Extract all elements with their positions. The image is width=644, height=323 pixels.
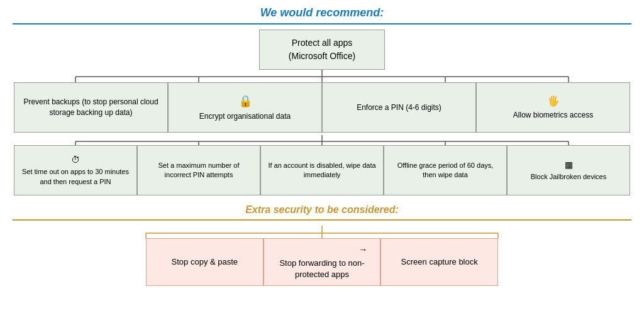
box-stop-forward-text: Stop forwarding to non-protected apps (270, 258, 374, 280)
box-timeout-text: Set time out on apps to 30 minutes and t… (21, 167, 130, 187)
box-encrypt-icon: 🔒 (238, 94, 252, 109)
recommend-title: We would recommend: (13, 6, 631, 19)
row1: Prevent backups (to stop personal cloud … (14, 82, 630, 133)
box-jailbreak-icon: ▦ (565, 159, 573, 172)
box-wipe-disabled: If an account is disabled, wipe data imm… (260, 145, 384, 195)
box-prevent-backups-text: Prevent backups (to stop personal cloud … (21, 97, 161, 118)
box-max-pin: Set a maximum number of incorrect PIN at… (137, 145, 260, 195)
extra-boxes-row: Stop copy & paste → Stop forwarding to n… (146, 238, 498, 286)
box-jailbreak-text: Block Jailbroken devices (531, 172, 606, 182)
box-wipe-disabled-text: If an account is disabled, wipe data imm… (267, 161, 377, 180)
box-biometrics: 🖐 Allow biometrics access (476, 82, 630, 133)
extra-title: Extra security to be considered: (13, 204, 631, 216)
box-screen-capture-text: Screen capture block (401, 256, 478, 268)
box-biometrics-text: Allow biometrics access (513, 110, 593, 121)
box-prevent-backups: Prevent backups (to stop personal cloud … (14, 82, 168, 133)
root-label: Protect all apps(Microsoft Office) (289, 38, 355, 61)
box-stop-copy-text: Stop copy & paste (172, 256, 238, 268)
extra-section: Extra security to be considered: Stop co… (13, 204, 631, 286)
box-screen-capture: Screen capture block (380, 238, 498, 286)
box-stop-forward-arrow: → (358, 244, 367, 256)
row2: ⏱ Set time out on apps to 30 minutes and… (14, 145, 630, 195)
top-section-line (13, 23, 631, 25)
box-encrypt-text: Encrypt organisational data (199, 111, 291, 122)
page-container: We would recommend: (0, 0, 644, 323)
root-node: Protect all apps(Microsoft Office) (259, 30, 385, 70)
box-offline-grace: Offline grace period of 60 days, then wi… (384, 145, 507, 195)
box-offline-grace-text: Offline grace period of 60 days, then wi… (391, 161, 500, 180)
box-jailbreak: ▦ Block Jailbroken devices (507, 145, 630, 195)
box-encrypt: 🔒 Encrypt organisational data (168, 82, 322, 133)
box-timeout-icon: ⏱ (71, 154, 80, 167)
box-biometrics-icon: 🖐 (547, 94, 560, 108)
box-timeout: ⏱ Set time out on apps to 30 minutes and… (14, 145, 137, 195)
box-pin-text: Enforce a PIN (4-6 digits) (357, 102, 441, 113)
box-stop-copy: Stop copy & paste (146, 238, 264, 286)
top-section: Protect all apps(Microsoft Office) Preve… (14, 30, 630, 195)
box-stop-forward: → Stop forwarding to non-protected apps (264, 238, 381, 286)
box-pin: Enforce a PIN (4-6 digits) (322, 82, 476, 133)
extra-section-line (13, 219, 631, 221)
box-max-pin-text: Set a maximum number of incorrect PIN at… (144, 161, 253, 180)
